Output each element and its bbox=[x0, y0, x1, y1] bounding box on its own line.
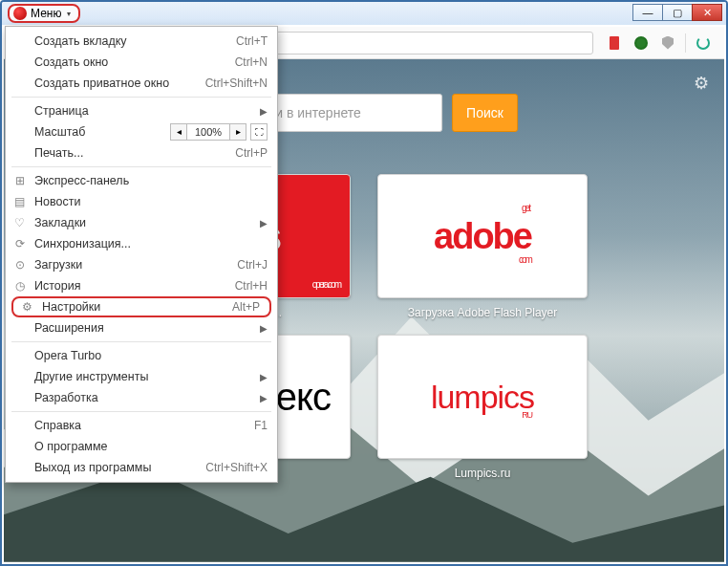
menu-item-label: Создать вкладку bbox=[34, 34, 236, 48]
main-menu-button[interactable]: Меню ▾ bbox=[8, 4, 80, 23]
tile-label: Загрузка Adobe Flash Player bbox=[408, 306, 558, 319]
menu-item-opera-turbo[interactable]: Opera Turbo bbox=[6, 345, 277, 366]
tile-adobe[interactable]: get adobe com Загрузка Adobe Flash Playe… bbox=[377, 174, 588, 319]
menu-item-icon: ♡ bbox=[12, 216, 27, 230]
menu-item-label: Выход из программы bbox=[34, 461, 205, 474]
menu-shortcut: F1 bbox=[254, 419, 268, 432]
menu-item-создать-окно[interactable]: Создать окноCtrl+N bbox=[6, 52, 277, 73]
chevron-down-icon: ▾ bbox=[67, 10, 71, 18]
menu-shortcut: Ctrl+H bbox=[235, 279, 268, 293]
zoom-value: 100% bbox=[187, 123, 229, 141]
menu-item-label: История bbox=[34, 279, 235, 293]
menu-separator bbox=[11, 341, 271, 342]
menu-item-закладки[interactable]: ♡Закладки▶ bbox=[6, 212, 277, 233]
menu-item-label: Новости bbox=[34, 195, 268, 208]
menu-button-label: Меню bbox=[31, 7, 61, 20]
menu-item-label: Расширения bbox=[34, 321, 254, 335]
submenu-arrow-icon: ▶ bbox=[260, 393, 268, 403]
menu-item-icon: ⚙ bbox=[20, 300, 34, 315]
menu-item-label: Разработка bbox=[34, 391, 254, 404]
menu-item-синхронизация-[interactable]: ⟳Синхронизация... bbox=[6, 233, 277, 254]
tile-label: Lumpics.ru bbox=[455, 467, 511, 480]
menu-shortcut: Ctrl+T bbox=[236, 34, 268, 48]
fullscreen-button[interactable]: ⛶ bbox=[250, 123, 268, 141]
zoom-out-button[interactable]: ◂ bbox=[170, 123, 187, 141]
zoom-in-button[interactable]: ▸ bbox=[229, 123, 246, 141]
menu-item-label: Настройки bbox=[42, 300, 232, 314]
menu-item-label: Opera Turbo bbox=[34, 349, 268, 362]
minimize-button[interactable]: — bbox=[632, 4, 663, 21]
menu-item-label: Синхронизация... bbox=[34, 237, 268, 250]
window-controls: — ▢ ✕ bbox=[633, 4, 722, 21]
menu-item-icon: ⟳ bbox=[12, 237, 27, 251]
menu-item-label: Страница bbox=[34, 104, 254, 118]
settings-gear-icon[interactable]: ⚙ bbox=[694, 73, 709, 94]
sync-icon[interactable] bbox=[694, 33, 713, 53]
menu-item-label: Закладки bbox=[34, 216, 254, 229]
menu-item-масштаб[interactable]: Масштаб◂100%▸⛶ bbox=[6, 121, 277, 142]
menu-item-новости[interactable]: ▤Новости bbox=[6, 191, 277, 212]
menu-item-icon: ▤ bbox=[12, 195, 27, 209]
menu-shortcut: Ctrl+J bbox=[237, 258, 268, 272]
menu-item-расширения[interactable]: Расширения▶ bbox=[6, 317, 277, 338]
menu-item-icon: ⊙ bbox=[12, 258, 27, 272]
vpn-globe-icon[interactable] bbox=[632, 33, 651, 53]
menu-item-label: Создать приватное окно bbox=[34, 76, 205, 90]
menu-item-label: Создать окно bbox=[34, 55, 235, 69]
separator bbox=[685, 33, 686, 53]
menu-item-label: Печать... bbox=[34, 146, 235, 160]
tile-lumpics[interactable]: lumpics RU Lumpics.ru bbox=[377, 335, 588, 480]
menu-item-о-программе[interactable]: О программе bbox=[6, 436, 277, 457]
opera-logo-icon bbox=[13, 7, 27, 20]
menu-shortcut: Alt+P bbox=[232, 300, 260, 314]
titlebar: Меню ▾ — ▢ ✕ bbox=[2, 2, 726, 25]
menu-item-label: Другие инструменты bbox=[34, 370, 254, 383]
menu-shortcut: Ctrl+Shift+N bbox=[205, 76, 268, 90]
search-button[interactable]: Поиск bbox=[452, 94, 518, 132]
menu-item-настройки[interactable]: ⚙НастройкиAlt+P bbox=[11, 296, 271, 317]
menu-separator bbox=[11, 97, 271, 98]
browser-window: Меню ▾ — ▢ ✕ я поиска или веб-адрес ⚙ с … bbox=[0, 0, 728, 566]
menu-item-label: Справка bbox=[34, 419, 254, 432]
menu-item-выход-из-программы[interactable]: Выход из программыCtrl+Shift+X bbox=[6, 457, 277, 478]
menu-item-label: Масштаб bbox=[34, 125, 170, 139]
menu-item-печать-[interactable]: Печать...Ctrl+P bbox=[6, 142, 277, 163]
main-menu-dropdown: Создать вкладкуCtrl+TСоздать окноCtrl+NС… bbox=[5, 26, 278, 483]
zoom-controls: ◂100%▸⛶ bbox=[170, 123, 268, 141]
menu-item-разработка[interactable]: Разработка▶ bbox=[6, 387, 277, 408]
menu-item-другие-инструменты[interactable]: Другие инструменты▶ bbox=[6, 366, 277, 387]
bookmark-icon[interactable] bbox=[605, 33, 624, 53]
close-button[interactable]: ✕ bbox=[692, 4, 722, 21]
submenu-arrow-icon: ▶ bbox=[260, 323, 268, 334]
menu-shortcut: Ctrl+N bbox=[235, 55, 268, 69]
menu-item-создать-приватное-окно[interactable]: Создать приватное окноCtrl+Shift+N bbox=[6, 73, 277, 94]
menu-shortcut: Ctrl+P bbox=[235, 146, 268, 160]
menu-item-экспресс-панель[interactable]: ⊞Экспресс-панель bbox=[6, 170, 277, 191]
menu-item-создать-вкладку[interactable]: Создать вкладкуCtrl+T bbox=[6, 31, 277, 52]
menu-separator bbox=[11, 166, 271, 167]
menu-item-icon: ◷ bbox=[12, 279, 27, 294]
maximize-button[interactable]: ▢ bbox=[662, 4, 693, 21]
menu-item-icon: ⊞ bbox=[12, 174, 27, 188]
submenu-arrow-icon: ▶ bbox=[260, 372, 268, 382]
menu-separator bbox=[11, 411, 271, 412]
menu-item-история[interactable]: ◷ИсторияCtrl+H bbox=[6, 275, 277, 296]
submenu-arrow-icon: ▶ bbox=[260, 106, 268, 117]
menu-item-label: Загрузки bbox=[34, 258, 237, 272]
adblock-shield-icon[interactable] bbox=[658, 33, 677, 53]
submenu-arrow-icon: ▶ bbox=[260, 218, 268, 229]
menu-shortcut: Ctrl+Shift+X bbox=[205, 461, 268, 474]
menu-item-страница[interactable]: Страница▶ bbox=[6, 100, 277, 121]
menu-item-label: О программе bbox=[34, 440, 268, 453]
menu-item-label: Экспресс-панель bbox=[34, 174, 268, 187]
menu-item-загрузки[interactable]: ⊙ЗагрузкиCtrl+J bbox=[6, 254, 277, 275]
menu-item-справка[interactable]: СправкаF1 bbox=[6, 415, 277, 436]
